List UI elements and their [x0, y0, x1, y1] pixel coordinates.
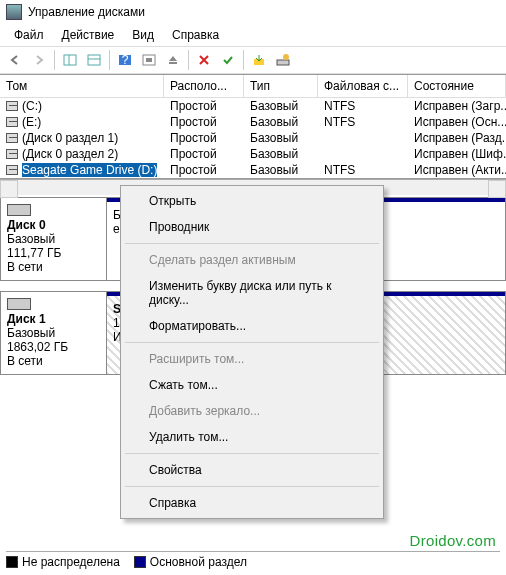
menu-help[interactable]: Справка: [164, 26, 227, 44]
swatch-unallocated: [6, 556, 18, 568]
volume-name: (Диск 0 раздел 2): [22, 147, 118, 161]
volume-type: Базовый: [244, 98, 318, 114]
menu-item[interactable]: Удалить том...: [123, 424, 381, 450]
menu-action[interactable]: Действие: [54, 26, 123, 44]
menu-file[interactable]: Файл: [6, 26, 52, 44]
menu-item: Добавить зеркало...: [123, 398, 381, 424]
col-status[interactable]: Состояние: [408, 75, 506, 98]
settings-icon[interactable]: [138, 49, 160, 71]
volume-status: Исправен (Шиф...: [408, 146, 506, 162]
svg-point-11: [283, 54, 289, 60]
volume-status: Исправен (Осн...: [408, 114, 506, 130]
menu-item[interactable]: Изменить букву диска или путь к диску...: [123, 273, 381, 313]
volume-fs: [318, 130, 408, 146]
app-icon: [6, 4, 22, 20]
volume-row[interactable]: (Диск 0 раздел 2)ПростойБазовыйИсправен …: [0, 146, 506, 162]
watermark: Droidov.com: [410, 532, 496, 549]
forward-icon[interactable]: [28, 49, 50, 71]
drive-icon: [6, 117, 18, 127]
volume-name: (E:): [22, 115, 41, 129]
titlebar: Управление дисками: [0, 0, 506, 24]
menu-item[interactable]: Справка: [123, 490, 381, 516]
volume-type: Базовый: [244, 162, 318, 178]
check-icon[interactable]: [217, 49, 239, 71]
volume-layout: Простой: [164, 98, 244, 114]
col-type[interactable]: Тип: [244, 75, 318, 98]
disk-type: Базовый: [7, 232, 100, 246]
col-volume[interactable]: Том: [0, 75, 164, 98]
disk-size: 1863,02 ГБ: [7, 340, 100, 354]
volume-name: (Диск 0 раздел 1): [22, 131, 118, 145]
menu-item[interactable]: Открыть: [123, 188, 381, 214]
eject-icon[interactable]: [162, 49, 184, 71]
menu-item[interactable]: Проводник: [123, 214, 381, 240]
volume-layout: Простой: [164, 146, 244, 162]
drive-config-icon[interactable]: [272, 49, 294, 71]
volume-row[interactable]: (E:)ПростойБазовыйNTFSИсправен (Осн...: [0, 114, 506, 130]
menu-separator: [125, 342, 379, 343]
svg-rect-0: [64, 55, 76, 65]
action-icon[interactable]: [248, 49, 270, 71]
legend-unallocated: Не распределена: [22, 555, 120, 569]
back-icon[interactable]: [4, 49, 26, 71]
volume-type: Базовый: [244, 130, 318, 146]
menu-view[interactable]: Вид: [124, 26, 162, 44]
disk-online: В сети: [7, 354, 100, 368]
volume-row[interactable]: (Диск 0 раздел 1)ПростойБазовыйИсправен …: [0, 130, 506, 146]
svg-text:?: ?: [122, 53, 129, 67]
menu-item[interactable]: Сжать том...: [123, 372, 381, 398]
window-title: Управление дисками: [28, 5, 145, 19]
volume-fs: NTFS: [318, 98, 408, 114]
menu-item[interactable]: Форматировать...: [123, 313, 381, 339]
drive-icon: [6, 133, 18, 143]
disk-icon: [7, 204, 31, 216]
panes-icon[interactable]: [59, 49, 81, 71]
volume-list: Том Располо... Тип Файловая с... Состоян…: [0, 74, 506, 179]
volume-fs: NTFS: [318, 114, 408, 130]
volume-status: Исправен (Акти...: [408, 162, 506, 178]
volume-layout: Простой: [164, 114, 244, 130]
menu-item: Расширить том...: [123, 346, 381, 372]
toolbar: ?: [0, 46, 506, 74]
volume-fs: [318, 146, 408, 162]
menu-item[interactable]: Свойства: [123, 457, 381, 483]
disk-online: В сети: [7, 260, 100, 274]
volume-name: Seagate Game Drive (D:): [22, 163, 157, 177]
menubar: Файл Действие Вид Справка: [0, 24, 506, 46]
column-headers[interactable]: Том Располо... Тип Файловая с... Состоян…: [0, 75, 506, 98]
disk-size: 111,77 ГБ: [7, 246, 100, 260]
col-layout[interactable]: Располо...: [164, 75, 244, 98]
menu-separator: [125, 486, 379, 487]
menu-separator: [125, 453, 379, 454]
menu-separator: [125, 243, 379, 244]
legend-primary: Основной раздел: [150, 555, 247, 569]
volume-row[interactable]: (C:)ПростойБазовыйNTFSИсправен (Загр...: [0, 98, 506, 114]
context-menu: ОткрытьПроводникСделать раздел активнымИ…: [120, 185, 384, 519]
volume-layout: Простой: [164, 162, 244, 178]
svg-rect-10: [277, 60, 289, 65]
drive-icon: [6, 101, 18, 111]
volume-name: (C:): [22, 99, 42, 113]
svg-rect-7: [146, 58, 152, 62]
view-top-icon[interactable]: [83, 49, 105, 71]
help-icon[interactable]: ?: [114, 49, 136, 71]
drive-icon: [6, 149, 18, 159]
volume-status: Исправен (Загр...: [408, 98, 506, 114]
delete-icon[interactable]: [193, 49, 215, 71]
disk-type: Базовый: [7, 326, 100, 340]
volume-row[interactable]: Seagate Game Drive (D:)ПростойБазовыйNTF…: [0, 162, 506, 178]
svg-rect-2: [88, 55, 100, 65]
volume-layout: Простой: [164, 130, 244, 146]
col-filesystem[interactable]: Файловая с...: [318, 75, 408, 98]
disk-label: Диск 0Базовый111,77 ГБВ сети: [1, 198, 107, 280]
volume-type: Базовый: [244, 114, 318, 130]
legend: Не распределена Основной раздел: [6, 551, 500, 569]
disk-name: Диск 1: [7, 312, 100, 326]
disk-name: Диск 0: [7, 218, 100, 232]
disk-label: Диск 1Базовый1863,02 ГБВ сети: [1, 292, 107, 374]
drive-icon: [6, 165, 18, 175]
volume-type: Базовый: [244, 146, 318, 162]
disk-icon: [7, 298, 31, 310]
volume-fs: NTFS: [318, 162, 408, 178]
svg-rect-8: [169, 62, 177, 64]
